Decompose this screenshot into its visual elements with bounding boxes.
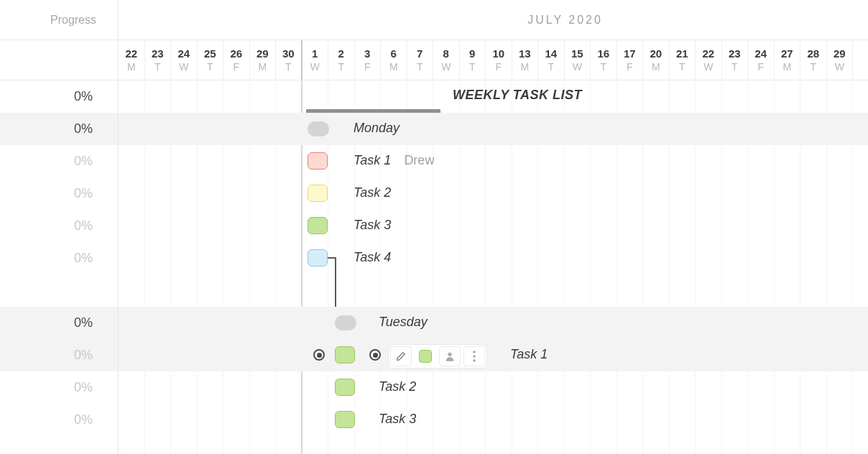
date-column[interactable]: 2T [328,40,355,80]
date-column[interactable]: 22W [696,40,722,80]
date-column[interactable]: 15W [565,40,591,80]
task-bar[interactable] [308,185,328,202]
date-number: 26 [230,47,242,60]
task-row[interactable]: Task 2 [119,371,868,404]
progress-value: 0% [0,113,118,145]
progress-subheader-spacer [0,40,118,80]
date-column[interactable]: 25T [198,40,224,80]
date-number: 25 [204,47,216,60]
date-column[interactable]: 3F [355,40,382,80]
date-number: 29 [834,47,846,60]
date-column[interactable]: 7T [407,40,434,80]
group-label: Monday [354,121,400,136]
task-label: Task 2 [354,185,391,200]
date-weekday: T [154,61,161,73]
group-pill[interactable] [335,315,356,330]
task-row[interactable]: Task 2 [119,177,868,210]
date-column[interactable]: 24W [171,40,198,80]
date-weekday: M [782,61,791,73]
task-row[interactable]: Task 1Drew [119,145,868,177]
group-pill[interactable] [308,121,329,136]
date-column[interactable]: 30T [276,40,303,80]
progress-value: 0% [0,210,118,242]
date-column[interactable]: 29M [250,40,277,80]
date-column[interactable]: 24F [748,40,775,80]
date-header-row: 22M23T24W25T26F29M30T1W2T3F6M7T8W9T10F13… [119,40,868,80]
date-weekday: T [417,61,423,73]
date-column[interactable]: 6M [381,40,407,80]
task-bar[interactable] [308,217,328,234]
progress-value: 0% [0,307,118,339]
date-column[interactable]: 22M [119,40,145,80]
date-number: 15 [571,47,583,60]
date-number: 27 [781,47,793,60]
date-weekday: W [179,61,188,73]
group-row-monday[interactable]: Monday [119,113,868,145]
group-row-tuesday[interactable]: Tuesday [119,307,868,339]
date-weekday: T [600,61,606,73]
task-bar[interactable] [335,379,355,396]
task-label: Task 4 [354,250,391,265]
date-number: 22 [125,47,137,60]
date-number: 14 [545,47,557,60]
date-column[interactable]: 10F [486,40,512,80]
date-number: 28 [807,47,819,60]
date-column[interactable]: 21T [670,40,696,80]
date-number: 22 [702,47,714,60]
date-column[interactable]: 28T [800,40,827,80]
progress-value: 0% [0,80,118,113]
drag-handle-left[interactable] [313,349,325,361]
drag-handle-right[interactable] [369,349,381,361]
date-weekday: M [258,61,267,73]
edit-button[interactable] [390,346,412,366]
task-label: Task 3 [379,412,416,427]
date-column[interactable]: 9T [460,40,486,80]
task-label: Task 1Drew [354,153,434,168]
date-column[interactable]: 26F [223,40,250,80]
task-bar[interactable] [335,346,355,363]
task-row[interactable]: Task 3 [119,404,868,436]
date-column[interactable]: 29W [827,40,854,80]
date-column[interactable]: 1W [303,40,329,80]
date-weekday: T [810,61,816,73]
task-row[interactable]: Task 4 [119,242,868,274]
date-weekday: M [127,61,136,73]
date-column[interactable]: 23T [145,40,172,80]
assignee-button[interactable] [439,346,461,366]
date-weekday: F [233,61,239,73]
task-row-selected[interactable]: Task 1 [119,339,868,371]
task-row[interactable]: Task 3 [119,210,868,242]
date-weekday: F [757,61,764,73]
date-number: 20 [650,47,662,60]
date-weekday: F [495,61,502,73]
pencil-icon [396,351,406,361]
svg-point-2 [473,355,476,358]
color-picker-button[interactable] [419,350,432,363]
date-number: 17 [624,47,636,60]
date-column[interactable]: 27M [775,40,801,80]
more-options-button[interactable] [463,346,485,366]
date-column[interactable]: 16T [591,40,617,80]
date-number: 29 [257,47,269,60]
task-bar[interactable] [308,249,328,267]
task-label: Task 1 [510,347,548,362]
date-column[interactable]: 8W [433,40,460,80]
date-column[interactable]: 20M [643,40,670,80]
date-column[interactable]: 13M [512,40,539,80]
month-label: JULY 2020 [119,0,868,40]
spacer-row [119,274,868,307]
date-weekday: M [389,61,398,73]
date-number: 13 [519,47,531,60]
task-bar[interactable] [308,152,328,170]
progress-value: 0% [0,404,118,436]
date-weekday: F [627,61,633,73]
date-column[interactable]: 14T [538,40,565,80]
date-number: 24 [177,47,190,60]
progress-header: Progress [0,0,118,40]
person-icon [444,351,456,362]
progress-value: 0% [0,339,118,371]
date-column[interactable]: 23T [722,40,749,80]
task-bar[interactable] [335,411,355,428]
date-column[interactable]: 17F [617,40,644,80]
date-number: 2 [338,47,344,60]
